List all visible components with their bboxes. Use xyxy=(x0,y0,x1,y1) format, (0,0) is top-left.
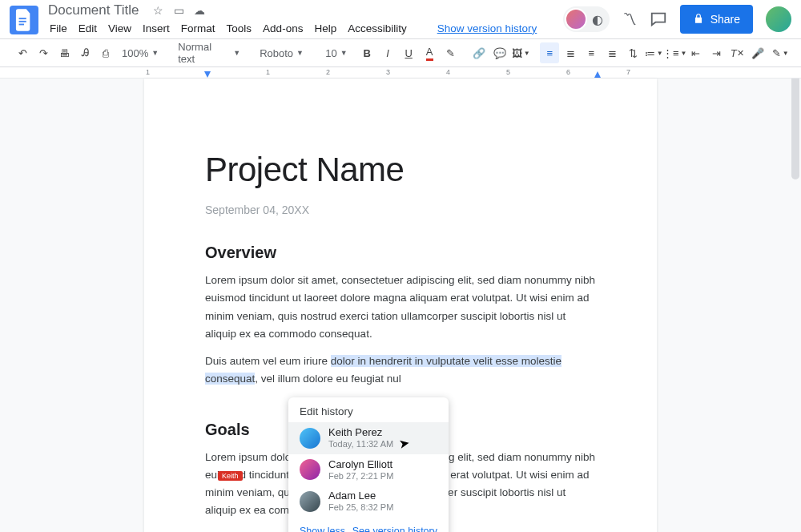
account-avatar[interactable] xyxy=(766,6,791,32)
increase-indent-button[interactable]: ⇥ xyxy=(706,42,726,63)
highlight-button[interactable]: ✎ xyxy=(441,42,460,63)
editor-avatar xyxy=(300,459,320,480)
titlebar: Document Title ☆ ▭ ☁ File Edit View Inse… xyxy=(0,0,801,38)
ruler-tick: 2 xyxy=(326,68,330,76)
ruler-tick: 1 xyxy=(266,68,270,76)
edit-history-popover: Edit history Keith Perez Today, 11:32 AM… xyxy=(288,397,449,532)
show-version-history-link[interactable]: Show version history xyxy=(433,21,542,36)
editor-name: Adam Lee xyxy=(328,490,393,502)
bulleted-list-button[interactable]: ⋮≡▼ xyxy=(665,42,684,63)
ruler-tick: 3 xyxy=(386,68,390,76)
insert-image-button[interactable]: 🖼▼ xyxy=(511,42,530,63)
lock-icon xyxy=(693,13,704,26)
align-center-button[interactable]: ≣ xyxy=(561,42,580,63)
menubar: File Edit View Insert Format Tools Add-o… xyxy=(45,19,563,37)
indent-marker-right[interactable] xyxy=(594,71,601,78)
editor-name: Carolyn Elliott xyxy=(328,459,393,471)
overview-paragraph-2[interactable]: Duis autem vel eum iriure dolor in hendr… xyxy=(205,353,596,389)
svg-rect-0 xyxy=(19,18,26,19)
collaborator-cursor-tag: Keith xyxy=(218,471,243,481)
menu-tools[interactable]: Tools xyxy=(222,21,257,36)
menu-format[interactable]: Format xyxy=(176,21,220,36)
star-icon[interactable]: ☆ xyxy=(153,4,163,17)
edit-history-entry[interactable]: Adam Lee Feb 25, 8:32 PM xyxy=(288,486,449,518)
collaborator-avatar xyxy=(565,8,587,30)
page-date[interactable]: September 04, 20XX xyxy=(205,204,596,216)
editor-time: Feb 27, 2:21 PM xyxy=(328,471,393,482)
editing-mode-button[interactable]: ✎▼ xyxy=(771,42,790,63)
editor-time: Feb 25, 8:32 PM xyxy=(328,502,393,513)
share-button[interactable]: Share xyxy=(680,5,753,34)
insert-comment-button[interactable]: 💬 xyxy=(490,42,509,63)
italic-button[interactable]: I xyxy=(378,42,397,63)
insert-link-button[interactable]: 🔗 xyxy=(469,42,489,63)
undo-button[interactable]: ↶ xyxy=(13,42,32,63)
svg-rect-2 xyxy=(19,24,24,26)
anonymous-icon: ◐ xyxy=(587,9,608,30)
text-run: , vel illum dolore eu feugiat nul xyxy=(255,373,400,385)
bold-button[interactable]: B xyxy=(357,42,376,63)
activity-icon[interactable]: 〽 xyxy=(622,11,637,28)
line-spacing-button[interactable]: ⇅ xyxy=(623,42,642,63)
overview-paragraph-1[interactable]: Lorem ipsum dolor sit amet, consectetuer… xyxy=(205,272,596,343)
print-button[interactable]: 🖶 xyxy=(54,42,74,63)
menu-help[interactable]: Help xyxy=(309,21,341,36)
ruler-tick: 7 xyxy=(626,68,630,76)
section-heading-overview[interactable]: Overview xyxy=(205,244,596,262)
menu-edit[interactable]: Edit xyxy=(74,21,102,36)
menu-view[interactable]: View xyxy=(103,21,136,36)
editor-avatar xyxy=(300,491,320,512)
popover-title: Edit history xyxy=(288,397,449,422)
see-version-history-link[interactable]: See version history xyxy=(352,526,437,532)
edit-history-entry[interactable]: Carolyn Elliott Feb 27, 2:21 PM xyxy=(288,454,449,486)
editor-time: Today, 11:32 AM xyxy=(328,439,393,449)
scrollbar[interactable] xyxy=(791,67,799,179)
menu-insert[interactable]: Insert xyxy=(138,21,175,36)
align-right-button[interactable]: ≡ xyxy=(582,42,601,63)
underline-button[interactable]: U xyxy=(399,42,418,63)
ruler-tick: 4 xyxy=(446,68,450,76)
zoom-dropdown[interactable]: 100%▼ xyxy=(117,42,163,63)
indent-marker-first-line[interactable] xyxy=(204,71,211,78)
text-run: Duis autem vel eum iriure xyxy=(205,355,331,367)
editor-avatar xyxy=(300,428,320,449)
toolbar: ↶ ↷ 🖶 Ꭿ ⎙ 100%▼ Normal text▼ Roboto▼ 10▼… xyxy=(0,38,801,67)
menu-file[interactable]: File xyxy=(45,21,72,36)
comments-icon[interactable] xyxy=(650,10,667,28)
move-folder-icon[interactable]: ▭ xyxy=(174,4,184,17)
paragraph-style-dropdown[interactable]: Normal text▼ xyxy=(173,42,245,63)
menu-addons[interactable]: Add-ons xyxy=(258,21,308,36)
cloud-status-icon[interactable]: ☁ xyxy=(194,4,205,17)
voice-typing-button[interactable]: 🎤 xyxy=(748,42,767,63)
editor-name: Keith Perez xyxy=(328,427,393,439)
decrease-indent-button[interactable]: ⇤ xyxy=(686,42,705,63)
ruler-tick: 5 xyxy=(506,68,510,76)
align-justify-button[interactable]: ≣ xyxy=(602,42,622,63)
document-title-input[interactable]: Document Title xyxy=(45,1,142,20)
redo-button[interactable]: ↷ xyxy=(34,42,53,63)
ruler-tick: 6 xyxy=(566,68,570,76)
document-canvas[interactable]: 1 1 2 3 4 5 6 7 Project Name September 0… xyxy=(0,67,801,532)
ruler[interactable]: 1 1 2 3 4 5 6 7 xyxy=(0,67,801,79)
share-label: Share xyxy=(710,13,740,26)
page-title[interactable]: Project Name xyxy=(205,151,596,189)
show-less-link[interactable]: Show less xyxy=(300,526,345,532)
font-size-dropdown[interactable]: 10▼ xyxy=(320,42,348,63)
text-color-button[interactable]: A xyxy=(420,42,439,63)
spellcheck-button[interactable]: Ꭿ xyxy=(75,42,95,63)
menu-accessibility[interactable]: Accessibility xyxy=(343,21,412,36)
paint-format-button[interactable]: ⎙ xyxy=(96,42,115,63)
clear-formatting-button[interactable]: T✕ xyxy=(727,42,747,63)
font-family-dropdown[interactable]: Roboto▼ xyxy=(255,42,311,63)
docs-logo[interactable] xyxy=(10,6,38,34)
ruler-tick: 1 xyxy=(146,68,150,76)
align-left-button[interactable]: ≡ xyxy=(540,42,559,63)
edit-history-entry[interactable]: Keith Perez Today, 11:32 AM xyxy=(288,422,449,454)
numbered-list-button[interactable]: ≔▼ xyxy=(644,42,663,63)
collaborator-chip[interactable]: ◐ xyxy=(563,6,610,32)
svg-rect-1 xyxy=(19,21,26,22)
